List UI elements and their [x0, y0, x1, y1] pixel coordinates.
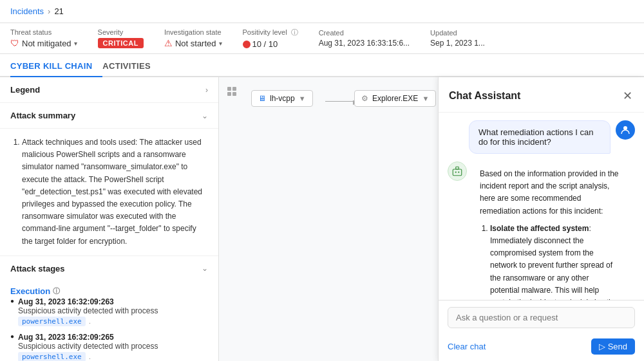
send-icon: ▷: [599, 342, 605, 351]
updated-label: Updated: [430, 29, 485, 37]
chat-messages: What remediation actions I can do for th…: [439, 113, 644, 300]
severity-value: CRITICAL: [98, 38, 144, 48]
user-message-row: What remediation actions I can do for th…: [448, 120, 635, 154]
execution-info-icon[interactable]: ⓘ: [53, 286, 60, 296]
positivity-info-icon[interactable]: ⓘ: [291, 28, 298, 36]
top-nav: Incidents › 21: [0, 0, 644, 23]
clear-chat-button[interactable]: Clear chat: [448, 342, 486, 351]
svg-rect-3: [232, 92, 236, 96]
svg-rect-5: [453, 169, 462, 176]
positivity-item: Positivity level ⓘ 10 / 10: [243, 28, 298, 49]
attack-stages-header[interactable]: Attack stages ⌄: [0, 256, 218, 281]
legend-section-header[interactable]: Legend ›: [0, 77, 218, 103]
threat-status-item: Threat status 🛡 Not mitigated ▾: [10, 28, 77, 48]
send-button[interactable]: ▷ Send: [591, 338, 635, 355]
updated-item: Updated Sep 1, 2023 1...: [430, 29, 485, 48]
legend-chevron-icon: ›: [205, 86, 208, 95]
tab-activities[interactable]: ACTIVITIES: [102, 56, 161, 77]
created-label: Created: [319, 29, 410, 37]
activity-desc-1: Suspicious activity detected with proces…: [18, 306, 208, 326]
attack-summary-body: Attack techniques and tools used: The at…: [0, 129, 218, 256]
node2-label: Explorer.EXE: [372, 94, 418, 103]
chat-title: Chat Assistant: [449, 90, 520, 102]
diagram-node-1[interactable]: 🖥 lh-vcpp ▼ Create process: [251, 90, 299, 100]
activity-item-1: Aug 31, 2023 16:32:09:263 Suspicious act…: [10, 297, 208, 326]
node2-expand-icon[interactable]: ▼: [422, 95, 429, 102]
status-bar: Threat status 🛡 Not mitigated ▾ Severity…: [0, 23, 644, 54]
activity-process-1: powershell.exe: [18, 317, 86, 326]
activity-desc-2: Suspicious activity detected with proces…: [18, 342, 208, 361]
breadcrumb-count: 21: [54, 6, 63, 16]
svg-rect-0: [227, 87, 231, 91]
chat-input-row: [448, 307, 635, 328]
chat-footer: Clear chat ▷ Send: [439, 335, 644, 361]
computer-icon: 🖥: [258, 94, 266, 103]
threat-chevron-icon[interactable]: ▾: [74, 40, 77, 47]
svg-rect-2: [227, 92, 231, 96]
bot-message-row: Based on the information provided in the…: [448, 162, 635, 300]
user-bubble: What remediation actions I can do for th…: [469, 120, 611, 154]
svg-point-6: [455, 171, 457, 172]
bot-action-1: Isolate the affected system: Immediately…: [490, 223, 619, 300]
positivity-value: 10 / 10: [243, 39, 298, 49]
svg-point-4: [623, 126, 627, 130]
chat-header: Chat Assistant ✕: [439, 77, 644, 113]
svg-rect-8: [456, 167, 459, 169]
investigation-item: Investigation state ⚠ Not started ▾: [164, 28, 222, 48]
positivity-number: 10 / 10: [252, 39, 278, 49]
investigation-chevron-icon[interactable]: ▾: [219, 40, 222, 47]
positivity-circle-icon: [243, 41, 251, 48]
severity-label: Severity: [98, 28, 144, 36]
chat-panel: Chat Assistant ✕ What remediation action…: [438, 77, 644, 361]
diagram-node-2[interactable]: ⚙ Explorer.EXE ▼ Create process: [354, 90, 402, 100]
execution-section: Execution ⓘ Aug 31, 2023 16:32:09:263 Su…: [0, 281, 218, 361]
node1-expand-icon[interactable]: ▼: [299, 95, 306, 102]
activity-item-2: Aug 31, 2023 16:32:09:265 Suspicious act…: [10, 333, 208, 361]
activity-date-1: Aug 31, 2023 16:32:09:263: [18, 297, 208, 306]
attack-stages-chevron-icon: ⌄: [202, 264, 208, 273]
bot-intro: Based on the information provided in the…: [480, 168, 619, 218]
grid-layout-icon[interactable]: [227, 86, 238, 100]
left-panel: Legend › Attack summary ⌄ Attack techniq…: [0, 77, 219, 361]
tab-cyber-kill-chain[interactable]: CYBER KILL CHAIN: [10, 56, 102, 77]
bot-avatar: [448, 162, 467, 181]
chat-input-area: [439, 300, 644, 335]
created-item: Created Aug 31, 2023 16:33:15:6...: [319, 29, 410, 48]
attack-summary-title: Attack summary: [10, 111, 75, 120]
chat-input[interactable]: [456, 313, 627, 322]
legend-title: Legend: [10, 85, 40, 95]
attack-summary-text: Attack techniques and tools used: The at…: [22, 138, 202, 246]
threat-status-label: Threat status: [10, 28, 77, 36]
bot-bubble: Based on the information provided in the…: [472, 162, 627, 300]
node1-label: lh-vcpp: [270, 94, 295, 103]
positivity-label: Positivity level ⓘ: [243, 28, 298, 37]
attack-summary-chevron-icon: ⌄: [202, 111, 208, 120]
attack-stages-title: Attack stages: [10, 264, 65, 273]
execution-title: Execution ⓘ: [10, 286, 208, 296]
user-avatar: [616, 120, 635, 140]
threat-text: Not mitigated: [22, 39, 71, 48]
breadcrumb-incidents[interactable]: Incidents: [10, 6, 44, 16]
activity-process-2: powershell.exe: [18, 352, 86, 361]
main-content: Legend › Attack summary ⌄ Attack techniq…: [0, 77, 644, 361]
attack-summary-header[interactable]: Attack summary ⌄: [0, 103, 218, 129]
warning-icon: ⚠: [164, 38, 173, 48]
created-value: Aug 31, 2023 16:33:15:6...: [319, 39, 410, 48]
threat-status-value: 🛡 Not mitigated ▾: [10, 38, 77, 48]
page-wrapper: Incidents › 21 Threat status 🛡 Not mitig…: [0, 0, 644, 361]
close-button[interactable]: ✕: [621, 88, 634, 104]
severity-item: Severity CRITICAL: [98, 28, 144, 48]
svg-point-7: [458, 171, 459, 172]
tab-bar: CYBER KILL CHAIN ACTIVITIES: [0, 54, 644, 77]
gear-icon: ⚙: [361, 94, 368, 103]
investigation-label: Investigation state: [164, 28, 222, 36]
svg-rect-1: [232, 87, 236, 91]
activity-date-2: Aug 31, 2023 16:32:09:265: [18, 333, 208, 342]
updated-value: Sep 1, 2023 1...: [430, 39, 485, 48]
shield-icon: 🛡: [10, 38, 19, 48]
investigation-text: Not started: [175, 39, 216, 48]
breadcrumb-arrow: ›: [48, 6, 50, 16]
critical-badge: CRITICAL: [98, 38, 144, 48]
investigation-value: ⚠ Not started ▾: [164, 38, 222, 48]
